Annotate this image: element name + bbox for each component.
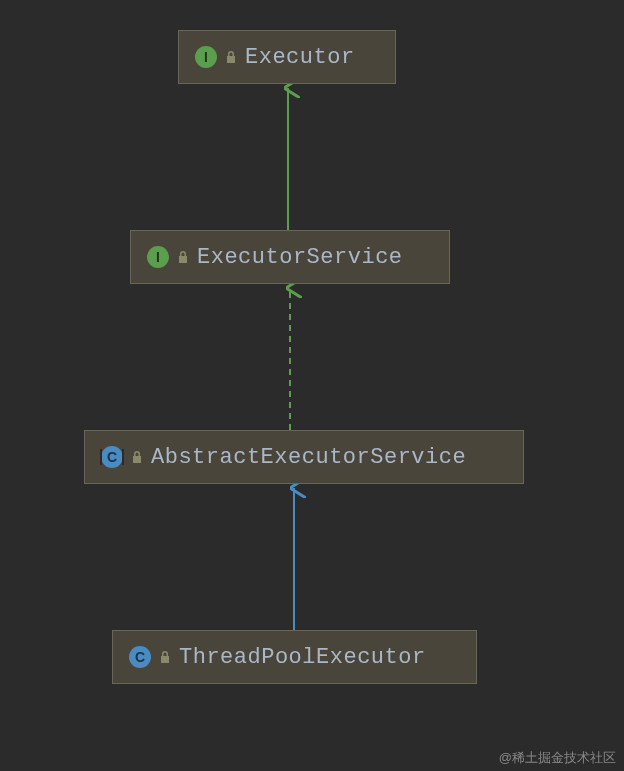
lock-icon — [225, 50, 237, 64]
node-threadpool-executor[interactable]: C ThreadPoolExecutor — [112, 630, 477, 684]
node-label: ExecutorService — [197, 245, 403, 270]
node-label: Executor — [245, 45, 355, 70]
interface-icon: I — [195, 46, 217, 68]
node-executor-service[interactable]: I ExecutorService — [130, 230, 450, 284]
node-executor[interactable]: I Executor — [178, 30, 396, 84]
node-abstract-executor-service[interactable]: C AbstractExecutorService — [84, 430, 524, 484]
lock-icon — [131, 450, 143, 464]
lock-icon — [159, 650, 171, 664]
class-hierarchy-diagram: I Executor I ExecutorService C AbstractE… — [0, 0, 624, 771]
arrow-abstract-to-executor-service — [282, 284, 302, 430]
arrow-executor-service-to-executor — [280, 84, 300, 230]
arrow-threadpool-to-abstract — [286, 484, 306, 630]
lock-icon — [177, 250, 189, 264]
watermark: @稀土掘金技术社区 — [499, 749, 616, 767]
node-label: ThreadPoolExecutor — [179, 645, 426, 670]
interface-icon: I — [147, 246, 169, 268]
node-label: AbstractExecutorService — [151, 445, 466, 470]
class-icon: C — [129, 646, 151, 668]
abstract-class-icon: C — [101, 446, 123, 468]
